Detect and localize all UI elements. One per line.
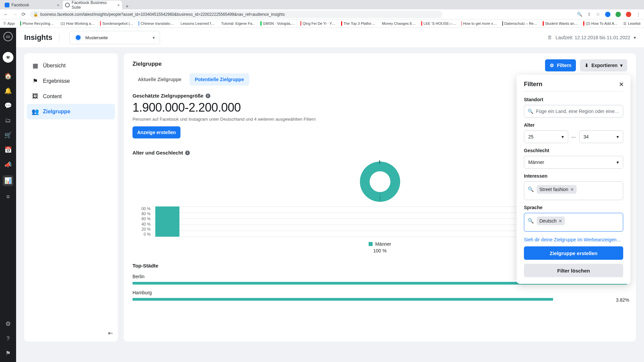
ext-green-icon[interactable] xyxy=(615,12,621,17)
location-placeholder: Füge ein Land, eine Region oder eine… xyxy=(536,109,619,114)
ext-red-icon[interactable] xyxy=(626,12,631,17)
page-avatar[interactable]: M xyxy=(3,52,13,63)
chevron-down-icon: ▾ xyxy=(616,134,619,139)
home-icon[interactable]: 🏠 xyxy=(4,72,12,80)
settings-icon[interactable]: ⚙ xyxy=(4,320,12,328)
help-icon[interactable]: ？ xyxy=(4,335,12,343)
legend-swatch xyxy=(369,242,373,246)
sliders-icon: ⚙ xyxy=(550,63,554,68)
zoom-icon[interactable]: 🔍 xyxy=(577,12,582,17)
apps-button[interactable]: ⠿ Apps xyxy=(3,21,15,26)
page-selector-label: Musterseite xyxy=(85,35,108,40)
city-row: Hamburg 3.82% xyxy=(132,290,627,301)
bookmark[interactable]: Phone Recycling… xyxy=(20,21,54,26)
bookmark[interactable]: Chinese translatio… xyxy=(139,21,174,26)
sidenav-item-content[interactable]: 🖼Content xyxy=(27,89,115,104)
browser-menu-icon[interactable]: ⋮ xyxy=(636,12,641,17)
ads-icon[interactable]: 📣 xyxy=(4,161,12,169)
clear-filters-button[interactable]: Filter löschen xyxy=(524,264,623,277)
bell-icon[interactable]: 🔔 xyxy=(4,87,12,95)
bookmark[interactable]: (1) How Working a… xyxy=(59,21,95,26)
interests-input[interactable]: 🔍 Street fashion✕ xyxy=(524,181,623,200)
share-icon[interactable]: ⇪ xyxy=(587,12,591,17)
info-icon[interactable]: i xyxy=(206,94,210,98)
bookmark[interactable]: Lessons Learned f… xyxy=(179,21,214,26)
more-tools-icon[interactable]: ≡ xyxy=(4,193,12,201)
date-range-picker[interactable]: 🗓 Laufzeit: 12.12.2018 bis 11.01.2022 ▾ xyxy=(547,35,636,40)
collapse-sidenav-icon[interactable]: ⇤ xyxy=(108,329,113,337)
tab-close-icon[interactable]: × xyxy=(117,3,120,8)
chip-remove-icon[interactable]: ✕ xyxy=(558,219,562,224)
sidenav-item-overview[interactable]: ▦Übersicht xyxy=(27,58,115,73)
browser-tab[interactable]: Facebook × xyxy=(2,1,62,9)
info-icon[interactable]: i xyxy=(185,150,190,155)
search-icon: 🔍 xyxy=(528,218,534,224)
posts-icon[interactable]: 🗂 xyxy=(4,116,12,124)
search-icon: 🔍 xyxy=(528,186,534,192)
calendar-icon[interactable]: 📅 xyxy=(4,146,12,154)
bookmark[interactable]: LEE 'S HOUSE—… xyxy=(421,21,456,26)
nav-reload-icon[interactable]: ⟳ xyxy=(21,11,26,17)
address-bar[interactable]: 🔒 business.facebook.com/latest/insights/… xyxy=(30,11,442,18)
content-icon: 🖼 xyxy=(32,93,39,100)
nav-forward-icon[interactable]: → xyxy=(12,11,17,17)
close-icon[interactable]: ✕ xyxy=(619,81,624,88)
create-ad-button[interactable]: Anzeige erstellen xyxy=(132,126,180,138)
legend-name: Männer xyxy=(375,241,391,247)
export-button[interactable]: ⬇Exportieren▾ xyxy=(580,59,627,71)
age-to-select[interactable]: 34▾ xyxy=(579,130,624,143)
reading-list-button[interactable]: ☰ Leseliste xyxy=(623,21,641,26)
city-pct: 3.82% xyxy=(616,297,629,303)
location-input[interactable]: 🔍 Füge ein Land, eine Region oder eine… xyxy=(524,105,623,118)
bookmark[interactable]: (2) How To Add A… xyxy=(583,21,618,26)
filter-button[interactable]: ⚙Filtern xyxy=(545,59,576,71)
age-from-select[interactable]: 25▾ xyxy=(524,130,568,143)
insights-icon[interactable]: 📊 xyxy=(3,175,13,186)
bookmark[interactable]: Student Wants an… xyxy=(543,21,578,26)
bookmark[interactable]: How to get more v… xyxy=(462,21,497,26)
page-title: Insights xyxy=(24,33,52,42)
star-icon[interactable]: ☆ xyxy=(596,12,600,17)
meta-logo-icon[interactable] xyxy=(3,32,13,41)
url-text: business.facebook.com/latest/insights/pe… xyxy=(40,12,439,17)
tab-current-audience[interactable]: Aktuelle Zielgruppe xyxy=(132,73,187,85)
chip-remove-icon[interactable]: ✕ xyxy=(570,187,574,192)
grid-icon: ▦ xyxy=(32,62,39,69)
chevron-down-icon: ▾ xyxy=(616,160,619,165)
bookmark[interactable]: Sonderangebot |… xyxy=(100,21,133,26)
tab-favicon xyxy=(5,3,9,7)
bookmark[interactable]: The Top 3 Platfor… xyxy=(341,21,375,26)
gender-label: Geschlecht xyxy=(524,148,623,153)
location-label: Standort xyxy=(524,97,623,102)
estimate-label: Geschätzte Zielgruppengröße xyxy=(132,93,204,99)
interests-label: Interessen xyxy=(524,173,623,179)
y-tick: 40 % xyxy=(132,222,151,227)
chat-icon[interactable]: 💬 xyxy=(4,102,12,110)
ads-manager-link[interactable]: Sieh dir deine Zielgruppe im Werbeanzeig… xyxy=(524,237,623,242)
page-selector[interactable]: Musterseite ▾ xyxy=(69,31,160,44)
bookmark[interactable]: Money Changes E… xyxy=(380,21,416,26)
calendar-icon: 🗓 xyxy=(547,35,552,40)
sidenav-item-results[interactable]: ⚑Ergebnisse xyxy=(27,73,115,89)
tab-close-icon[interactable]: × xyxy=(57,3,59,8)
language-label: Sprache xyxy=(524,205,623,210)
bookmark[interactable]: Tutorial: Eigene Fa… xyxy=(220,21,255,26)
feedback-icon[interactable]: ⚑ xyxy=(4,349,12,357)
bookmark[interactable]: GMSN · Vologda,… xyxy=(260,21,295,26)
ext-fb-icon[interactable] xyxy=(605,12,610,17)
age-separator: — xyxy=(572,134,576,139)
nav-back-icon[interactable]: ← xyxy=(3,11,8,17)
browser-tab-active[interactable]: Facebook Business Suite × xyxy=(62,1,123,9)
shop-icon[interactable]: 🛒 xyxy=(4,131,12,139)
new-tab-button[interactable]: + xyxy=(123,3,131,9)
insights-header: Insights Musterseite ▾ 🗓 Laufzeit: 12.12… xyxy=(16,28,644,47)
gender-select[interactable]: Männer▾ xyxy=(524,156,623,169)
language-input[interactable]: 🔍 Deutsch✕ xyxy=(524,213,623,232)
sidenav-item-audience[interactable]: 👥Zielgruppe xyxy=(27,104,115,119)
create-audience-button[interactable]: Zielgruppe erstellen xyxy=(524,246,623,260)
tab-potential-audience[interactable]: Potentielle Zielgruppe xyxy=(190,73,249,85)
bookmark[interactable]: Datenschutz – Re… xyxy=(502,21,537,26)
tab-favicon xyxy=(65,3,70,7)
bookmark[interactable]: Qing Fei De Yi · Y… xyxy=(301,21,336,26)
audience-panel: Zielgruppe ⚙Filtern ⬇Exportieren▾ Filter… xyxy=(124,53,636,342)
